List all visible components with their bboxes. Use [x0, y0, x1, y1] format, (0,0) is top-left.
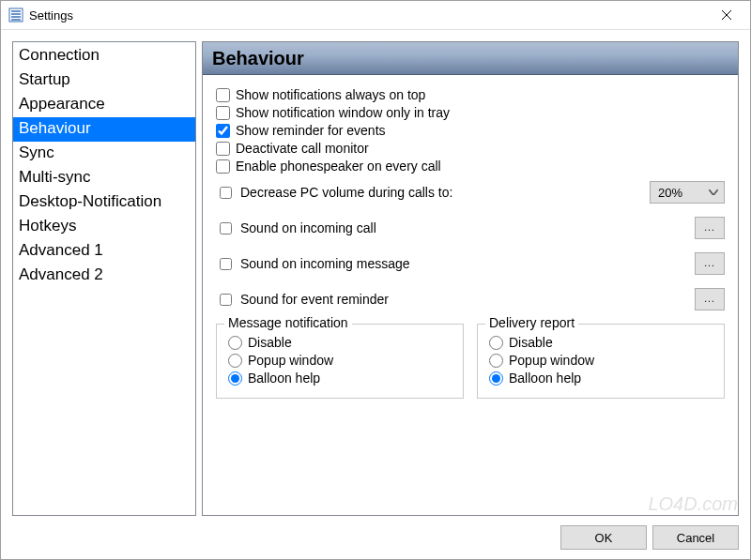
- label-sound-event-reminder: Sound for event reminder: [240, 292, 389, 307]
- mn-disable: Disable: [228, 335, 452, 350]
- settings-window: Settings Connection Startup Appearance B…: [0, 0, 751, 560]
- sidebar-item-appearance[interactable]: Appearance: [13, 93, 195, 117]
- checkbox-phonespeaker[interactable]: [216, 159, 230, 174]
- label-reminder-events: Show reminder for events: [236, 123, 386, 138]
- sidebar-item-advanced-1[interactable]: Advanced 1: [13, 239, 195, 264]
- dialog-footer: OK Cancel: [12, 516, 739, 550]
- checkbox-only-in-tray[interactable]: [216, 106, 230, 120]
- group-row: Message notification Disable Popup windo…: [216, 324, 725, 399]
- label-dr-disable: Disable: [509, 335, 553, 350]
- sidebar-item-multi-sync[interactable]: Multi-sync: [13, 166, 195, 190]
- label-dr-balloon: Balloon help: [509, 371, 581, 386]
- volume-combo-value: 20%: [658, 186, 682, 200]
- panes: Connection Startup Appearance Behaviour …: [12, 41, 739, 516]
- label-mn-balloon: Balloon help: [248, 371, 320, 386]
- label-phonespeaker: Enable phonespeaker on every call: [236, 159, 441, 174]
- label-mn-popup: Popup window: [248, 353, 333, 368]
- opt-phonespeaker: Enable phonespeaker on every call: [216, 159, 725, 174]
- label-sound-incoming-call: Sound on incoming call: [240, 220, 376, 235]
- main-panel: Behaviour Show notifications always on t…: [202, 41, 739, 516]
- cancel-button[interactable]: Cancel: [652, 525, 739, 550]
- dr-popup: Popup window: [489, 353, 713, 368]
- sidebar-item-behaviour[interactable]: Behaviour: [13, 117, 195, 142]
- close-icon: [722, 10, 731, 20]
- close-button[interactable]: [705, 2, 748, 29]
- browse-sound-event-reminder[interactable]: ...: [695, 288, 725, 310]
- label-mn-disable: Disable: [248, 335, 292, 350]
- checkbox-always-on-top[interactable]: [216, 88, 230, 102]
- panel-body: Show notifications always on top Show no…: [203, 75, 738, 515]
- ok-button[interactable]: OK: [560, 525, 647, 550]
- group-delivery-report: Delivery report Disable Popup window: [477, 324, 725, 399]
- opt-deactivate-call-monitor: Deactivate call monitor: [216, 141, 725, 156]
- checkbox-sound-incoming-call[interactable]: [220, 222, 232, 235]
- checkbox-sound-incoming-message[interactable]: [220, 258, 232, 270]
- sidebar-item-sync[interactable]: Sync: [13, 142, 195, 166]
- sidebar-item-advanced-2[interactable]: Advanced 2: [13, 264, 195, 288]
- browse-sound-incoming-call[interactable]: ...: [695, 217, 725, 239]
- label-sound-incoming-message: Sound on incoming message: [240, 256, 410, 271]
- radio-mn-disable[interactable]: [228, 336, 242, 350]
- content-area: Connection Startup Appearance Behaviour …: [1, 30, 750, 559]
- titlebar: Settings: [1, 1, 750, 30]
- category-sidebar: Connection Startup Appearance Behaviour …: [12, 41, 196, 516]
- label-decrease-volume: Decrease PC volume during calls to:: [240, 185, 452, 200]
- legend-message-notification: Message notification: [224, 315, 352, 330]
- radio-dr-disable[interactable]: [489, 336, 503, 350]
- label-always-on-top: Show notifications always on top: [236, 87, 425, 102]
- group-message-notification: Message notification Disable Popup windo…: [216, 324, 464, 399]
- chevron-down-icon: [709, 189, 718, 195]
- panel-heading: Behaviour: [203, 42, 738, 75]
- sidebar-item-hotkeys[interactable]: Hotkeys: [13, 215, 195, 239]
- radio-mn-balloon[interactable]: [228, 371, 242, 386]
- checkbox-reminder-events[interactable]: [216, 124, 230, 138]
- opt-reminder-events: Show reminder for events: [216, 123, 725, 138]
- radio-mn-popup[interactable]: [228, 354, 242, 368]
- opt-decrease-volume: Decrease PC volume during calls to: 20%: [216, 181, 725, 204]
- sidebar-item-desktop-notification[interactable]: Desktop-Notification: [13, 190, 195, 215]
- opt-sound-event-reminder: Sound for event reminder ...: [216, 288, 725, 310]
- radio-dr-popup[interactable]: [489, 354, 503, 368]
- app-icon: [8, 8, 23, 23]
- volume-combo[interactable]: 20%: [650, 181, 725, 204]
- opt-sound-incoming-call: Sound on incoming call ...: [216, 217, 725, 239]
- label-only-in-tray: Show notification window only in tray: [236, 105, 450, 120]
- opt-only-in-tray: Show notification window only in tray: [216, 105, 725, 120]
- label-dr-popup: Popup window: [509, 353, 594, 368]
- label-deactivate-call-monitor: Deactivate call monitor: [236, 141, 369, 156]
- window-title: Settings: [29, 8, 705, 23]
- browse-sound-incoming-message[interactable]: ...: [695, 252, 725, 275]
- checkbox-deactivate-call-monitor[interactable]: [216, 142, 230, 156]
- opt-always-on-top: Show notifications always on top: [216, 87, 725, 102]
- dr-disable: Disable: [489, 335, 713, 350]
- mn-balloon: Balloon help: [228, 371, 452, 386]
- checkbox-decrease-volume[interactable]: [220, 187, 232, 199]
- legend-delivery-report: Delivery report: [485, 315, 578, 330]
- dr-balloon: Balloon help: [489, 371, 713, 386]
- sidebar-item-connection[interactable]: Connection: [13, 44, 195, 68]
- sidebar-item-startup[interactable]: Startup: [13, 68, 195, 93]
- radio-dr-balloon[interactable]: [489, 371, 503, 386]
- checkbox-sound-event-reminder[interactable]: [220, 294, 232, 306]
- mn-popup: Popup window: [228, 353, 452, 368]
- opt-sound-incoming-message: Sound on incoming message ...: [216, 252, 725, 275]
